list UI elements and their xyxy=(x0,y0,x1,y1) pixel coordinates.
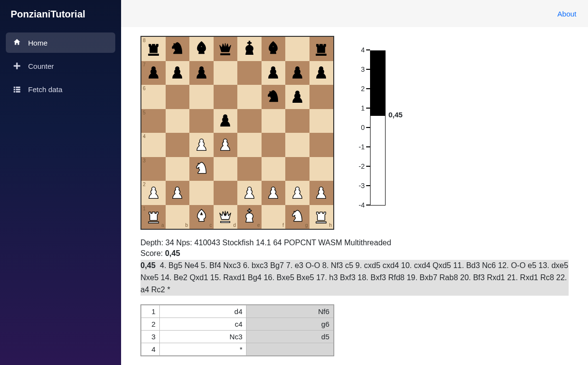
move-white[interactable]: Nc3 xyxy=(160,331,247,343)
piece-white-p[interactable] xyxy=(167,183,187,203)
square-a5[interactable]: 5 xyxy=(141,109,166,133)
sidebar-item-home[interactable]: Home xyxy=(6,32,115,53)
piece-black-n[interactable] xyxy=(263,87,283,107)
piece-white-p[interactable] xyxy=(143,183,164,203)
square-a7[interactable]: 7 xyxy=(141,61,166,85)
piece-white-p[interactable] xyxy=(239,183,260,203)
square-e5[interactable] xyxy=(237,109,262,133)
square-h4[interactable] xyxy=(309,133,334,157)
square-b7[interactable] xyxy=(166,61,190,85)
square-a6[interactable]: 6 xyxy=(141,85,166,109)
square-d6[interactable] xyxy=(214,85,238,109)
square-g7[interactable] xyxy=(285,61,309,85)
square-g2[interactable] xyxy=(285,181,309,205)
square-c4[interactable] xyxy=(189,133,214,157)
piece-black-r[interactable] xyxy=(143,39,164,59)
move-white[interactable]: * xyxy=(160,343,247,356)
square-a4[interactable]: 4 xyxy=(141,133,166,157)
square-g4[interactable] xyxy=(285,133,309,157)
square-f1[interactable]: f xyxy=(262,205,286,229)
square-f4[interactable] xyxy=(262,133,286,157)
piece-white-b[interactable] xyxy=(191,206,212,227)
piece-black-n[interactable] xyxy=(167,39,187,59)
square-g8[interactable] xyxy=(285,37,309,61)
piece-black-p[interactable] xyxy=(287,87,308,107)
chess-board[interactable]: 87654321abcdefgh xyxy=(140,36,334,230)
piece-white-r[interactable] xyxy=(143,206,164,227)
sidebar-item-fetch-data[interactable]: Fetch data xyxy=(6,79,115,99)
square-e4[interactable] xyxy=(237,133,262,157)
square-e1[interactable]: e xyxy=(237,205,262,229)
square-h2[interactable] xyxy=(309,181,334,205)
piece-white-q[interactable] xyxy=(215,206,235,227)
square-h7[interactable] xyxy=(309,61,334,85)
piece-black-p[interactable] xyxy=(191,63,212,83)
square-a2[interactable]: 2 xyxy=(141,181,166,205)
square-h6[interactable] xyxy=(309,85,334,109)
square-c2[interactable] xyxy=(189,181,214,205)
sidebar-item-counter[interactable]: Counter xyxy=(6,56,115,76)
square-h8[interactable] xyxy=(309,37,334,61)
move-white[interactable]: c4 xyxy=(160,318,247,331)
piece-black-p[interactable] xyxy=(215,111,235,131)
square-e7[interactable] xyxy=(237,61,262,85)
move-black[interactable]: d5 xyxy=(247,331,334,343)
piece-white-p[interactable] xyxy=(311,183,331,203)
square-g6[interactable] xyxy=(285,85,309,109)
piece-black-p[interactable] xyxy=(311,63,331,83)
principal-variation[interactable]: 0,45 4. Bg5 Ne4 5. Bf4 Nxc3 6. bxc3 Bg7 … xyxy=(140,260,569,296)
square-g1[interactable]: g xyxy=(285,205,309,229)
piece-black-p[interactable] xyxy=(263,63,283,83)
square-f3[interactable] xyxy=(262,157,286,181)
piece-white-p[interactable] xyxy=(263,183,283,203)
piece-black-q[interactable] xyxy=(215,39,235,59)
square-e8[interactable] xyxy=(237,37,262,61)
piece-black-p[interactable] xyxy=(287,63,308,83)
square-b1[interactable]: b xyxy=(166,205,190,229)
square-c6[interactable] xyxy=(189,85,214,109)
piece-black-p[interactable] xyxy=(167,63,187,83)
piece-white-p[interactable] xyxy=(287,183,308,203)
piece-black-b[interactable] xyxy=(263,39,283,59)
move-black[interactable]: Nf6 xyxy=(247,305,334,318)
piece-black-b[interactable] xyxy=(191,39,212,59)
square-d8[interactable] xyxy=(214,37,238,61)
square-a8[interactable]: 8 xyxy=(141,37,166,61)
square-e2[interactable] xyxy=(237,181,262,205)
move-black[interactable]: g6 xyxy=(247,318,334,331)
square-d2[interactable] xyxy=(214,181,238,205)
square-c7[interactable] xyxy=(189,61,214,85)
piece-black-p[interactable] xyxy=(143,63,164,83)
piece-black-k[interactable] xyxy=(239,39,260,59)
move-black[interactable] xyxy=(247,343,334,356)
square-f5[interactable] xyxy=(262,109,286,133)
move-list-scroll[interactable]: 1d4Nf62c4g63Nc3d54* xyxy=(141,305,334,356)
square-d1[interactable]: d xyxy=(214,205,238,229)
piece-white-r[interactable] xyxy=(311,206,331,227)
square-g5[interactable] xyxy=(285,109,309,133)
square-e3[interactable] xyxy=(237,157,262,181)
square-b6[interactable] xyxy=(166,85,190,109)
square-b3[interactable] xyxy=(166,157,190,181)
square-b5[interactable] xyxy=(166,109,190,133)
square-d4[interactable] xyxy=(214,133,238,157)
piece-white-n[interactable] xyxy=(191,159,212,179)
square-h5[interactable] xyxy=(309,109,334,133)
square-c5[interactable] xyxy=(189,109,214,133)
move-white[interactable]: d4 xyxy=(160,305,247,318)
square-b4[interactable] xyxy=(166,133,190,157)
square-h3[interactable] xyxy=(309,157,334,181)
piece-white-p[interactable] xyxy=(191,135,212,155)
square-a3[interactable]: 3 xyxy=(141,157,166,181)
square-d5[interactable] xyxy=(214,109,238,133)
square-f7[interactable] xyxy=(262,61,286,85)
square-b8[interactable] xyxy=(166,37,190,61)
square-h1[interactable]: h xyxy=(309,205,334,229)
piece-white-n[interactable] xyxy=(287,206,308,227)
square-f6[interactable] xyxy=(262,85,286,109)
square-f2[interactable] xyxy=(262,181,286,205)
piece-white-p[interactable] xyxy=(215,135,235,155)
about-link[interactable]: About xyxy=(557,10,576,18)
square-e6[interactable] xyxy=(237,85,262,109)
square-a1[interactable]: 1a xyxy=(141,205,166,229)
